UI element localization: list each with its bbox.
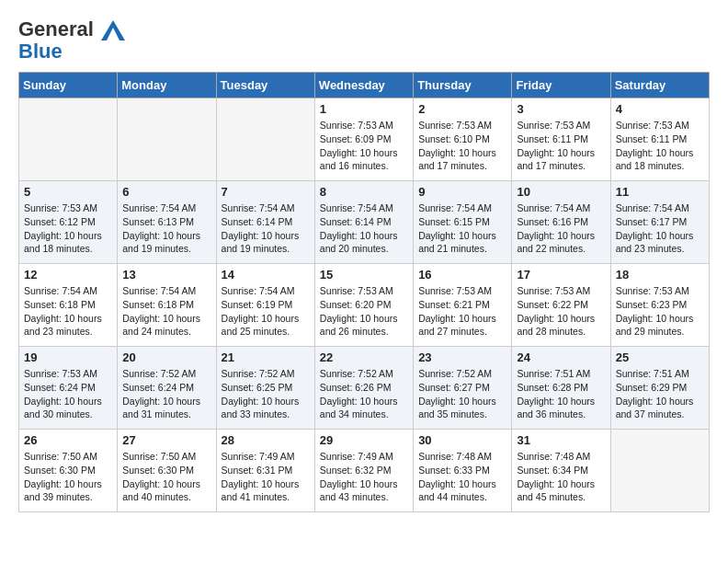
logo-blue: Blue — [18, 40, 125, 63]
calendar-cell: 27 Sunrise: 7:50 AMSunset: 6:30 PMDaylig… — [118, 430, 216, 512]
day-info: Sunrise: 7:53 AMSunset: 6:21 PMDaylight:… — [418, 284, 506, 339]
day-number: 8 — [320, 185, 408, 199]
day-info: Sunrise: 7:49 AMSunset: 6:32 PMDaylight:… — [320, 450, 408, 504]
day-number: 12 — [24, 268, 112, 282]
day-number: 7 — [222, 185, 310, 199]
day-number: 9 — [418, 185, 506, 199]
calendar-cell: 9 Sunrise: 7:54 AMSunset: 6:15 PMDayligh… — [414, 181, 512, 264]
calendar-cell: 24 Sunrise: 7:51 AMSunset: 6:28 PMDaylig… — [512, 347, 610, 430]
day-number: 25 — [616, 350, 704, 364]
day-info: Sunrise: 7:53 AMSunset: 6:12 PMDaylight:… — [24, 201, 112, 256]
header-tuesday: Tuesday — [216, 73, 314, 98]
day-number: 13 — [122, 268, 210, 282]
day-number: 21 — [222, 350, 310, 364]
calendar-cell: 28 Sunrise: 7:49 AMSunset: 6:31 PMDaylig… — [216, 430, 314, 512]
calendar-cell: 20 Sunrise: 7:52 AMSunset: 6:24 PMDaylig… — [118, 347, 216, 430]
day-number: 31 — [517, 433, 605, 447]
day-info: Sunrise: 7:54 AMSunset: 6:18 PMDaylight:… — [24, 284, 112, 339]
day-number: 20 — [122, 350, 210, 364]
calendar-cell: 17 Sunrise: 7:53 AMSunset: 6:22 PMDaylig… — [512, 264, 610, 347]
calendar-cell: 14 Sunrise: 7:54 AMSunset: 6:19 PMDaylig… — [216, 264, 314, 347]
day-info: Sunrise: 7:51 AMSunset: 6:28 PMDaylight:… — [517, 367, 605, 421]
day-info: Sunrise: 7:53 AMSunset: 6:23 PMDaylight:… — [616, 284, 704, 339]
day-number: 3 — [517, 102, 605, 116]
header-wednesday: Wednesday — [314, 73, 413, 98]
day-number: 26 — [24, 433, 112, 447]
day-info: Sunrise: 7:54 AMSunset: 6:14 PMDaylight:… — [320, 201, 408, 256]
day-number: 17 — [517, 268, 605, 282]
day-info: Sunrise: 7:54 AMSunset: 6:19 PMDaylight:… — [222, 284, 310, 339]
day-info: Sunrise: 7:52 AMSunset: 6:27 PMDaylight:… — [418, 367, 506, 421]
calendar-cell: 10 Sunrise: 7:54 AMSunset: 6:16 PMDaylig… — [512, 181, 610, 264]
calendar-cell: 22 Sunrise: 7:52 AMSunset: 6:26 PMDaylig… — [314, 347, 413, 430]
day-info: Sunrise: 7:54 AMSunset: 6:17 PMDaylight:… — [616, 201, 704, 256]
day-info: Sunrise: 7:48 AMSunset: 6:33 PMDaylight:… — [418, 450, 506, 504]
day-info: Sunrise: 7:50 AMSunset: 6:30 PMDaylight:… — [122, 450, 210, 504]
calendar-cell: 31 Sunrise: 7:48 AMSunset: 6:34 PMDaylig… — [512, 430, 610, 512]
calendar-cell: 16 Sunrise: 7:53 AMSunset: 6:21 PMDaylig… — [414, 264, 512, 347]
day-info: Sunrise: 7:54 AMSunset: 6:15 PMDaylight:… — [418, 201, 506, 256]
day-info: Sunrise: 7:53 AMSunset: 6:09 PMDaylight:… — [320, 119, 408, 173]
day-number: 6 — [122, 185, 210, 199]
day-info: Sunrise: 7:53 AMSunset: 6:11 PMDaylight:… — [616, 119, 704, 173]
day-info: Sunrise: 7:49 AMSunset: 6:31 PMDaylight:… — [222, 450, 310, 504]
calendar-cell: 18 Sunrise: 7:53 AMSunset: 6:23 PMDaylig… — [610, 264, 709, 347]
day-info: Sunrise: 7:54 AMSunset: 6:14 PMDaylight:… — [222, 201, 310, 256]
day-number: 4 — [616, 102, 704, 116]
day-number: 30 — [418, 433, 506, 447]
day-number: 5 — [24, 185, 112, 199]
day-info: Sunrise: 7:53 AMSunset: 6:20 PMDaylight:… — [320, 284, 408, 339]
calendar-cell: 4 Sunrise: 7:53 AMSunset: 6:11 PMDayligh… — [610, 98, 709, 181]
day-info: Sunrise: 7:54 AMSunset: 6:16 PMDaylight:… — [517, 201, 605, 256]
day-info: Sunrise: 7:52 AMSunset: 6:26 PMDaylight:… — [320, 367, 408, 421]
day-number: 1 — [320, 102, 408, 116]
logo-icon — [101, 20, 125, 40]
header-friday: Friday — [512, 73, 610, 98]
header-monday: Monday — [118, 73, 216, 98]
header-sunday: Sunday — [19, 73, 118, 98]
calendar-table: SundayMondayTuesdayWednesdayThursdayFrid… — [18, 72, 710, 512]
week-row-0: 1 Sunrise: 7:53 AMSunset: 6:09 PMDayligh… — [19, 98, 710, 181]
week-row-1: 5 Sunrise: 7:53 AMSunset: 6:12 PMDayligh… — [19, 181, 710, 264]
day-info: Sunrise: 7:52 AMSunset: 6:24 PMDaylight:… — [122, 367, 210, 421]
header-thursday: Thursday — [414, 73, 512, 98]
day-number: 23 — [418, 350, 506, 364]
day-info: Sunrise: 7:53 AMSunset: 6:10 PMDaylight:… — [418, 119, 506, 173]
day-number: 11 — [616, 185, 704, 199]
calendar-cell: 25 Sunrise: 7:51 AMSunset: 6:29 PMDaylig… — [610, 347, 709, 430]
week-row-4: 26 Sunrise: 7:50 AMSunset: 6:30 PMDaylig… — [19, 430, 710, 512]
calendar-cell — [19, 98, 118, 181]
calendar-cell: 30 Sunrise: 7:48 AMSunset: 6:33 PMDaylig… — [414, 430, 512, 512]
header-row: SundayMondayTuesdayWednesdayThursdayFrid… — [19, 73, 710, 98]
logo: General Blue — [18, 18, 125, 63]
day-info: Sunrise: 7:54 AMSunset: 6:13 PMDaylight:… — [122, 201, 210, 256]
day-number: 22 — [320, 350, 408, 364]
day-number: 10 — [517, 185, 605, 199]
calendar-cell: 12 Sunrise: 7:54 AMSunset: 6:18 PMDaylig… — [19, 264, 118, 347]
calendar-cell: 13 Sunrise: 7:54 AMSunset: 6:18 PMDaylig… — [118, 264, 216, 347]
day-info: Sunrise: 7:53 AMSunset: 6:11 PMDaylight:… — [517, 119, 605, 173]
calendar-cell: 23 Sunrise: 7:52 AMSunset: 6:27 PMDaylig… — [414, 347, 512, 430]
calendar-cell: 1 Sunrise: 7:53 AMSunset: 6:09 PMDayligh… — [314, 98, 413, 181]
header-saturday: Saturday — [610, 73, 709, 98]
calendar-cell: 8 Sunrise: 7:54 AMSunset: 6:14 PMDayligh… — [314, 181, 413, 264]
day-number: 18 — [616, 268, 704, 282]
calendar-cell — [216, 98, 314, 181]
day-number: 2 — [418, 102, 506, 116]
day-number: 19 — [24, 350, 112, 364]
calendar-cell: 5 Sunrise: 7:53 AMSunset: 6:12 PMDayligh… — [19, 181, 118, 264]
day-number: 24 — [517, 350, 605, 364]
day-info: Sunrise: 7:51 AMSunset: 6:29 PMDaylight:… — [616, 367, 704, 421]
day-number: 28 — [222, 433, 310, 447]
calendar-cell: 7 Sunrise: 7:54 AMSunset: 6:14 PMDayligh… — [216, 181, 314, 264]
logo-text: General — [18, 18, 125, 40]
day-info: Sunrise: 7:53 AMSunset: 6:24 PMDaylight:… — [24, 367, 112, 421]
day-number: 14 — [222, 268, 310, 282]
week-row-2: 12 Sunrise: 7:54 AMSunset: 6:18 PMDaylig… — [19, 264, 710, 347]
page-header: General Blue — [18, 18, 710, 63]
day-number: 29 — [320, 433, 408, 447]
day-info: Sunrise: 7:53 AMSunset: 6:22 PMDaylight:… — [517, 284, 605, 339]
day-info: Sunrise: 7:54 AMSunset: 6:18 PMDaylight:… — [122, 284, 210, 339]
day-info: Sunrise: 7:50 AMSunset: 6:30 PMDaylight:… — [24, 450, 112, 504]
day-number: 27 — [122, 433, 210, 447]
